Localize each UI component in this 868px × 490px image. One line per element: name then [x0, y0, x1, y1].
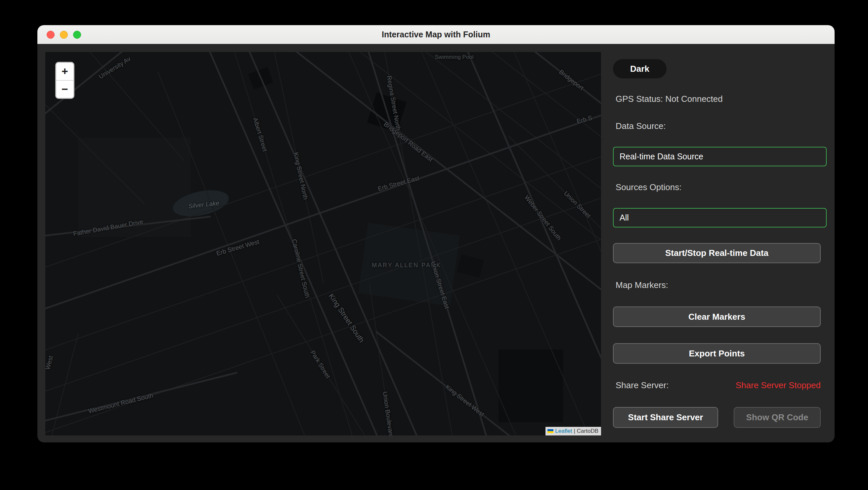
theme-toggle-button[interactable]: Dark: [613, 59, 666, 78]
zoom-in-button[interactable]: +: [56, 63, 73, 81]
map-attribution: Leaflet | CartoDB: [546, 427, 601, 435]
export-points-button[interactable]: Export Points: [613, 343, 821, 364]
ukraine-flag-icon: [548, 429, 553, 433]
app-window: Interactive Map with Folium: [37, 25, 835, 443]
data-source-label: Data Source:: [616, 121, 666, 131]
leaflet-link[interactable]: Leaflet: [555, 427, 572, 435]
show-qr-code-button[interactable]: Show QR Code: [734, 407, 821, 428]
sources-options-label: Sources Options:: [616, 182, 681, 192]
map-place-label: Swimming Pool: [435, 54, 473, 61]
zoom-control: + −: [55, 62, 74, 99]
clear-markers-button[interactable]: Clear Markers: [613, 306, 821, 327]
map-container[interactable]: University Av Swimming Pool Regina Stree…: [45, 52, 601, 435]
map-streets-layer: [45, 52, 601, 435]
sources-options-select[interactable]: All: [613, 208, 827, 227]
gps-status-text: GPS Status: Not Connected: [616, 94, 723, 104]
attribution-separator: |: [574, 427, 575, 435]
zoom-out-button[interactable]: −: [56, 81, 73, 98]
share-server-status: Share Server Stopped: [736, 380, 821, 390]
share-server-label: Share Server:: [616, 380, 669, 390]
map-markers-label: Map Markers:: [616, 280, 668, 290]
cartodb-link[interactable]: CartoDB: [577, 427, 598, 435]
data-source-select[interactable]: Real-time Data Source: [613, 147, 827, 166]
titlebar: Interactive Map with Folium: [37, 25, 835, 44]
start-stop-realtime-button[interactable]: Start/Stop Real-time Data: [613, 243, 821, 263]
start-share-server-button[interactable]: Start Share Server: [613, 407, 718, 428]
window-title: Interactive Map with Folium: [37, 25, 835, 44]
